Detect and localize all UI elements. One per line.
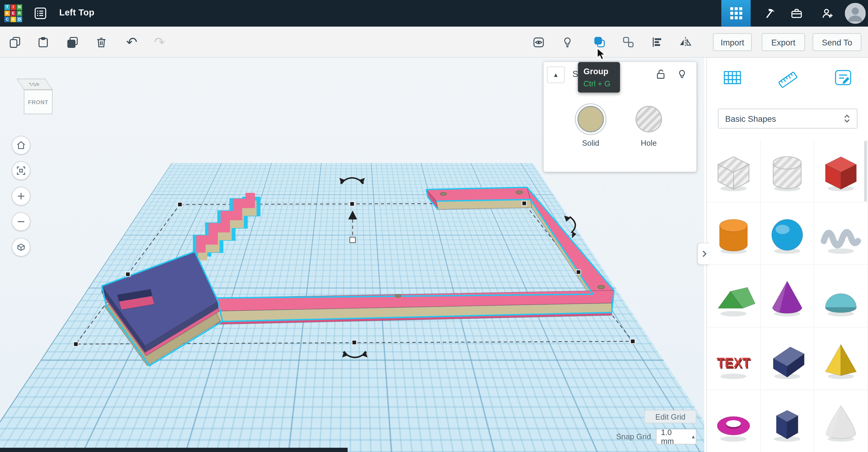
eye-badge-icon	[532, 35, 546, 49]
main-toolbar: ↶ ↷	[0, 27, 868, 58]
paste-icon	[37, 35, 50, 49]
app-header: TINKERCAD Left Top	[0, 0, 868, 27]
shape-sphere[interactable]	[761, 202, 814, 265]
group-icon	[593, 35, 606, 49]
solid-swatch[interactable]	[578, 106, 604, 132]
half-sphere-icon	[818, 273, 864, 319]
shape-box[interactable]	[814, 140, 868, 202]
scribble-icon	[818, 210, 864, 257]
box-icon	[818, 147, 864, 194]
person-plus-icon	[821, 7, 834, 20]
hole-swatch[interactable]	[636, 106, 662, 132]
shape-wedge[interactable]	[761, 328, 814, 390]
3d-model[interactable]	[102, 187, 614, 366]
shape-cone[interactable]	[761, 265, 814, 328]
ungroup-button[interactable]	[617, 31, 639, 53]
zoom-in-icon	[16, 191, 27, 202]
mirror-icon	[679, 35, 692, 49]
model-purple-piece	[102, 251, 223, 366]
shape-torus[interactable]	[707, 390, 761, 452]
logo-letter: R	[17, 10, 22, 16]
scrollbar[interactable]	[864, 141, 867, 202]
shape-half-sphere[interactable]	[814, 265, 868, 328]
cylinder-icon	[710, 210, 757, 257]
shape-category-dropdown[interactable]: Basic Shapes	[718, 109, 858, 129]
copy-button[interactable]	[4, 31, 26, 53]
logo-letter: K	[4, 10, 10, 16]
shape-cylinder-hole[interactable]	[761, 140, 814, 202]
paraboloid-icon	[818, 398, 864, 445]
shape-category-value: Basic Shapes	[725, 114, 776, 123]
caret-up-icon: ▲	[553, 72, 559, 78]
shape-cylinder[interactable]	[707, 202, 761, 265]
shape-pyramid[interactable]	[814, 328, 868, 390]
notes-tool-button[interactable]	[830, 64, 857, 91]
home-view-button[interactable]	[11, 136, 30, 154]
mirror-button[interactable]	[674, 31, 696, 53]
cone-icon	[764, 273, 810, 319]
shape-scribble[interactable]	[814, 202, 868, 265]
view-cube[interactable]: TOP FRONT	[18, 72, 61, 119]
import-button[interactable]: Import	[713, 33, 752, 51]
paste-button[interactable]	[32, 31, 54, 53]
briefcase-icon	[790, 7, 803, 20]
align-button[interactable]	[646, 31, 668, 53]
roof-icon	[710, 273, 757, 319]
design-title: Left Top	[59, 8, 94, 18]
lightbulb-icon	[676, 68, 688, 80]
notes-icon	[832, 66, 854, 88]
inspector-collapse-button[interactable]: ▲	[547, 66, 565, 83]
copy-icon	[8, 35, 22, 49]
tinkercad-logo[interactable]: TINKERCAD	[4, 4, 22, 22]
export-button[interactable]: Export	[762, 33, 805, 51]
zoom-out-button[interactable]	[11, 213, 30, 231]
perspective-toggle-button[interactable]	[11, 238, 30, 257]
collapse-panel-button[interactable]	[698, 243, 710, 265]
logo-letter: C	[4, 17, 10, 22]
box-hole-icon	[710, 147, 757, 194]
visibility-bulb-button[interactable]	[676, 68, 689, 82]
ruler-tool-button[interactable]	[774, 64, 801, 91]
tinkercad-app: TINKERCAD Left Top	[0, 0, 868, 452]
shape-grid: TEXTTEXT	[707, 140, 868, 452]
tooltip-title: Group	[584, 66, 614, 76]
logo-letter: N	[17, 4, 22, 10]
duplicate-button[interactable]	[61, 31, 84, 53]
view-cube-top-face[interactable]: TOP	[17, 79, 53, 90]
text-icon: TEXTTEXT	[710, 335, 757, 382]
work-button[interactable]	[789, 7, 804, 21]
invite-button[interactable]	[820, 7, 835, 21]
hole-label: Hole	[632, 138, 665, 147]
edit-grid-button[interactable]: Edit Grid	[644, 410, 696, 424]
delete-button[interactable]	[90, 31, 112, 53]
bottom-strip	[0, 448, 348, 452]
redo-icon: ↷	[148, 31, 170, 53]
chevron-right-icon	[701, 250, 707, 258]
shape-box-hole[interactable]	[707, 140, 761, 202]
lock-button[interactable]	[654, 68, 668, 82]
design-properties-button[interactable]	[33, 7, 48, 21]
shape-polygon[interactable]	[761, 390, 814, 452]
send-to-button[interactable]: Send To	[813, 33, 861, 51]
fit-view-button[interactable]	[11, 161, 30, 180]
cylinder-hole-icon	[764, 147, 810, 194]
redo-button[interactable]: ↷	[148, 31, 170, 53]
view-cube-front-face[interactable]: FRONT	[24, 90, 53, 114]
zoom-out-icon	[16, 216, 27, 227]
shape-text[interactable]: TEXTTEXT	[707, 328, 761, 390]
sphere-icon	[764, 210, 810, 257]
show-all-button[interactable]	[556, 31, 578, 53]
shape-paraboloid[interactable]	[814, 390, 868, 452]
hide-selected-button[interactable]	[528, 31, 550, 53]
snap-grid-dropdown[interactable]: 1.0 mm ▲	[656, 429, 696, 445]
apps-grid-icon	[730, 7, 742, 19]
dashboard-grid-button[interactable]	[721, 0, 751, 27]
workplane-tool-button[interactable]	[719, 64, 746, 91]
shape-roof[interactable]	[707, 265, 761, 328]
shapes-panel: Basic Shapes TEXTTEXT	[706, 58, 868, 452]
svg-text:TEXT: TEXT	[717, 355, 751, 370]
zoom-in-button[interactable]	[11, 187, 30, 205]
tinker-pickaxe-button[interactable]	[763, 7, 777, 21]
undo-button[interactable]: ↶	[121, 31, 143, 53]
avatar[interactable]	[845, 3, 866, 24]
